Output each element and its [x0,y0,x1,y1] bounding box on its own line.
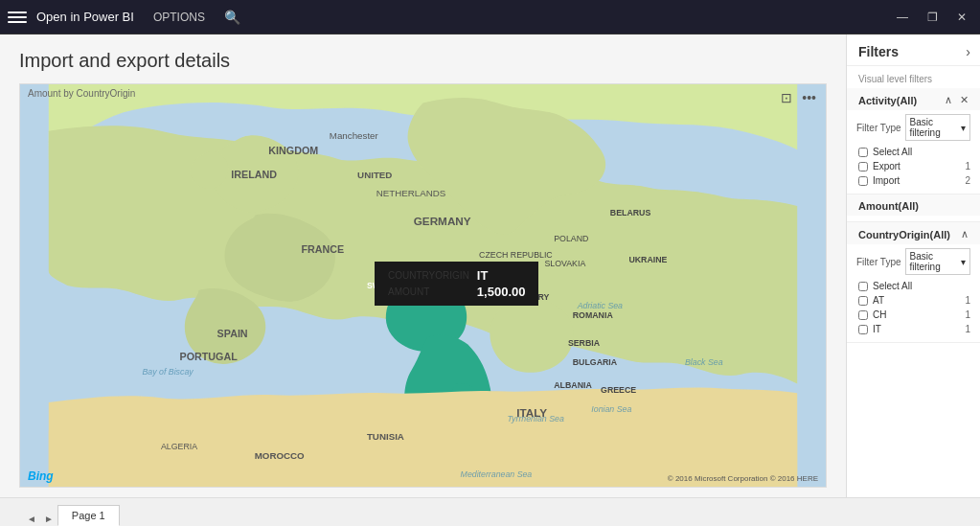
svg-text:Ionian Sea: Ionian Sea [591,404,631,414]
countryorigin-filter-type-row: Filter Type Basic filtering ▾ [847,244,980,279]
activity-select-all-item: Select All [847,145,980,159]
svg-text:POLAND: POLAND [554,234,588,243]
activity-import-count: 2 [965,175,970,186]
activity-collapse-button[interactable]: ∧ [943,94,954,106]
svg-text:UKRAINE: UKRAINE [628,255,667,264]
countryorigin-select-all-checkbox[interactable] [858,282,868,291]
svg-text:IRELAND: IRELAND [231,169,277,180]
svg-text:Adriatic Sea: Adriatic Sea [577,301,623,310]
countryorigin-it-count: 1 [965,324,970,334]
map-tooltip: COUNTRYORIGIN IT AMOUNT 1,500.00 [375,262,538,306]
svg-text:Mediterranean Sea: Mediterranean Sea [461,469,533,479]
svg-text:Manchester: Manchester [330,130,379,141]
countryorigin-filter-type-value: Basic filtering [910,251,962,272]
activity-select-all-label: Select All [873,147,970,157]
svg-text:BELARUS: BELARUS [610,208,651,217]
countryorigin-it-item: IT 1 [847,322,980,336]
amount-section-header: Amount(All) [847,194,980,216]
countryorigin-ch-checkbox[interactable] [858,310,868,320]
activity-export-item: Export 1 [847,159,980,173]
countryorigin-select-all-label: Select All [873,281,970,291]
countryorigin-at-item: AT 1 [847,293,980,308]
activity-import-checkbox[interactable] [858,176,868,186]
restore-button[interactable]: ❐ [922,9,944,26]
svg-text:GERMANY: GERMANY [414,215,471,227]
svg-text:BULGARIA: BULGARIA [573,357,618,367]
svg-text:SPAIN: SPAIN [217,328,248,339]
title-bar: Open in Power BI OPTIONS 🔍 — ❐ ✕ [0,0,980,34]
activity-filter-type-label: Filter Type [856,123,901,133]
map-area[interactable]: Bay of Biscay Tyrrhenian Sea Ionian Sea … [20,84,826,487]
countryorigin-at-label: AT [873,295,960,306]
expand-visual-button[interactable]: ⊡ [779,88,794,107]
activity-filter-type-row: Filter Type Basic filtering ▾ [847,110,980,145]
svg-text:CZECH REPUBLIC: CZECH REPUBLIC [479,250,553,260]
svg-text:ITALY: ITALY [516,406,547,419]
amount-section-title: Amount(All) [858,200,919,212]
countryorigin-ch-item: CH 1 [847,308,980,322]
svg-text:SERBIA: SERBIA [568,338,601,348]
filters-header: Filters › [847,34,980,66]
more-options-button[interactable]: ••• [800,88,818,107]
activity-export-checkbox[interactable] [858,162,868,172]
countryorigin-filter-type-label: Filter Type [856,257,901,267]
activity-filter-type-dropdown[interactable]: Basic filtering ▾ [905,114,971,141]
app-name: Open in Power BI [36,10,134,24]
visual-level-label: Visual level filters [847,66,980,88]
svg-text:KINGDOM: KINGDOM [268,145,318,156]
countryorigin-at-checkbox[interactable] [858,296,868,306]
countryorigin-it-checkbox[interactable] [858,325,868,334]
prev-page-button[interactable]: ◄ [23,512,40,526]
countryorigin-select-all-item: Select All [847,279,980,293]
visual-toolbar: ⊡ ••• [779,88,818,107]
activity-section-header: Activity(All) ∧ ✕ [847,88,980,110]
activity-section-controls: ∧ ✕ [943,94,970,106]
countryorigin-section-controls: ∧ [959,228,970,240]
countryorigin-filter-section: CountryOrigin(All) ∧ Filter Type Basic f… [847,222,980,343]
countryorigin-it-label: IT [873,324,960,334]
tooltip-country-label: COUNTRYORIGIN [384,267,473,284]
svg-text:SLOVAKIA: SLOVAKIA [544,259,585,268]
countryorigin-section-title: CountryOrigin(All) [858,229,950,240]
activity-filter-section: Activity(All) ∧ ✕ Filter Type Basic filt… [847,88,980,194]
page-tabs-bar: ◄ ► Page 1 [0,497,980,526]
countryorigin-ch-label: CH [873,309,960,320]
window-controls: — ❐ ✕ [891,9,972,26]
activity-filter-type-value: Basic filtering [910,117,962,138]
minimize-button[interactable]: — [891,9,914,26]
filters-panel: Filters › Visual level filters Activity(… [846,34,980,497]
svg-text:Bay of Biscay: Bay of Biscay [142,367,194,377]
svg-text:ALGERIA: ALGERIA [161,442,197,451]
countryorigin-filter-type-dropdown[interactable]: Basic filtering ▾ [905,248,971,275]
svg-text:FRANCE: FRANCE [302,243,345,255]
next-page-button[interactable]: ► [40,512,57,526]
activity-remove-button[interactable]: ✕ [958,94,970,106]
activity-export-label: Export [873,161,960,172]
svg-text:ROMANIA: ROMANIA [573,310,614,320]
countryorigin-at-count: 1 [965,295,970,306]
activity-section-title: Activity(All) [858,95,917,106]
main-area: Import and export details Amount by Coun… [0,34,980,497]
countryorigin-collapse-button[interactable]: ∧ [959,228,970,240]
map-copyright: © 2016 Microsoft Corporation © 2016 HERE [668,474,818,483]
page-navigation: ◄ ► [23,512,57,526]
activity-import-label: Import [873,175,960,186]
hamburger-menu[interactable] [8,8,27,27]
tooltip-amount-label: AMOUNT [384,284,473,300]
countryorigin-ch-count: 1 [965,309,970,320]
search-icon[interactable]: 🔍 [224,10,240,25]
filters-collapse-button[interactable]: › [966,44,970,59]
report-area: Import and export details Amount by Coun… [0,34,846,497]
activity-export-count: 1 [965,161,970,172]
close-button[interactable]: ✕ [951,9,972,26]
svg-text:MOROCCO: MOROCCO [255,450,305,461]
tooltip-country-value: IT [473,267,530,284]
activity-select-all-checkbox[interactable] [858,148,868,157]
page-tab-1[interactable]: Page 1 [57,505,120,526]
countryorigin-dropdown-arrow: ▾ [961,257,966,267]
activity-dropdown-arrow: ▾ [961,123,966,133]
filters-title: Filters [858,44,899,59]
svg-text:ALBANIA: ALBANIA [554,380,592,390]
visual-label: Amount by CountryOrigin [28,88,135,99]
options-button[interactable]: OPTIONS [153,11,205,24]
